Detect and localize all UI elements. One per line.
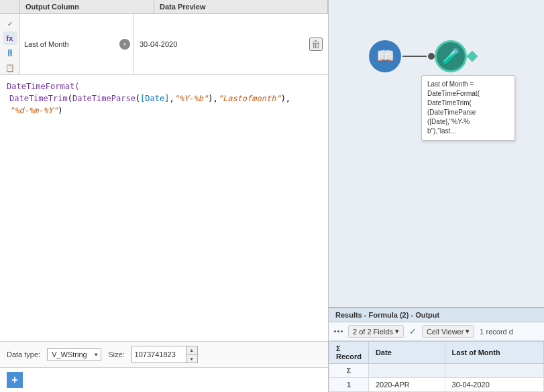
formula-line-3: "%d-%m-%Y"): [7, 105, 321, 117]
paren-open: (: [68, 94, 72, 103]
results-panel: Results - Formula (2) - Output 2 of 2 Fi…: [329, 307, 544, 392]
paren-open2: (: [135, 94, 140, 103]
db-row-icon[interactable]: 🗄: [3, 46, 17, 60]
results-title: Results - Formula (2) - Output: [335, 311, 439, 319]
size-input-wrapper: ▲ ▼: [131, 346, 198, 363]
viewer-chevron-icon: ▾: [466, 327, 470, 336]
node-tooltip: Last of Month = DateTimeFormat( DateTime…: [421, 75, 515, 141]
formula-line-2: DateTimeTrim(DateTimeParse([Date],"%Y-%b…: [7, 92, 321, 105]
datatype-label: Data type:: [7, 350, 40, 358]
paren-close1: ),: [208, 94, 217, 103]
tooltip-line6: b"),"last...: [427, 127, 509, 136]
right-panel: 📖 🧪 Last of Month = DateTim: [329, 0, 544, 392]
formula-row: ✓ fx 🗄 📋 × 30-04-2020 🗑: [0, 14, 328, 75]
sum-last-cell: [445, 364, 543, 378]
record-count: 1 record d: [480, 328, 513, 336]
preview-cell: 30-04-2020 🗑: [134, 14, 328, 74]
formula-node-icon[interactable]: 🧪: [435, 40, 467, 72]
viewer-label: Cell Viewer: [427, 328, 464, 336]
input-node[interactable]: 📖: [369, 40, 401, 72]
formula-editor[interactable]: DateTimeFormat( DateTimeTrim(DateTimePar…: [0, 75, 328, 342]
delete-row-button[interactable]: 🗑: [309, 38, 323, 51]
results-header: Results - Formula (2) - Output: [329, 308, 544, 322]
input-node-icon: 📖: [369, 40, 401, 72]
size-input[interactable]: [132, 349, 186, 360]
sum-date-cell: [368, 364, 445, 378]
connector-end-dot: [428, 53, 435, 60]
fields-chevron-icon: ▾: [395, 327, 399, 336]
paren-close2: ),: [281, 94, 290, 103]
formula-line-1: DateTimeFormat(: [7, 80, 321, 92]
size-label: Size:: [108, 350, 124, 358]
tooltip-line3: DateTimeTrim(: [427, 99, 509, 108]
datatype-select[interactable]: V_WString: [47, 348, 101, 361]
check-row-icon[interactable]: ✓: [3, 17, 17, 30]
datatype-row: Data type: V_WString Size: ▲ ▼: [0, 342, 328, 368]
fmt-str: "%Y-%b": [174, 94, 209, 103]
tooltip-line4: (DateTimeParse: [427, 108, 509, 117]
field-date: [Date]: [140, 94, 169, 103]
formula-node-row: 🧪: [435, 40, 476, 72]
column-headers: Output Column Data Preview: [0, 0, 328, 14]
results-toolbar: 2 of 2 Fields ▾ ✓ Cell Viewer ▾ 1 record…: [329, 322, 544, 341]
dot3: [341, 330, 343, 332]
col-header-last-of-month: Last of Month: [445, 342, 543, 364]
table-header-row: Σ Record Date Last of Month: [329, 342, 544, 364]
doc-row-icon[interactable]: 📋: [3, 61, 17, 74]
confirm-icon[interactable]: ✓: [409, 326, 417, 336]
close-paren: ): [58, 106, 62, 115]
sum-record-cell: Σ: [329, 364, 369, 378]
output-column-header: Output Column: [20, 0, 154, 13]
col-header-date: Date: [368, 342, 445, 364]
sum-row: Σ: [329, 364, 544, 378]
main-layout: Output Column Data Preview ✓ fx 🗄 📋 × 30…: [0, 0, 544, 392]
table-row: 1 2020-APR 30-04-2020: [329, 378, 544, 392]
connector: [401, 53, 435, 60]
cell-viewer-button[interactable]: Cell Viewer ▾: [422, 325, 474, 338]
tooltip-line1: Last of Month =: [427, 80, 509, 89]
date-format-str: "%d-%m-%Y": [9, 106, 58, 115]
canvas-area: 📖 🧪 Last of Month = DateTim: [329, 0, 544, 307]
connector-line: [402, 56, 427, 57]
row-icon-group: ✓ fx 🗄 📋: [0, 14, 20, 74]
tooltip-line5: ([Date],"%Y-%: [427, 117, 509, 127]
record-cell: 1: [329, 378, 369, 392]
fx-row-icon[interactable]: fx: [3, 31, 17, 45]
workflow-area: 📖 🧪 Last of Month = DateTim: [369, 40, 476, 72]
add-row-button[interactable]: +: [7, 372, 23, 388]
tooltip-line2: DateTimeFormat(: [427, 89, 509, 99]
spinner-buttons: ▲ ▼: [186, 346, 197, 363]
clear-field-button[interactable]: ×: [119, 39, 130, 50]
spinner-down[interactable]: ▼: [186, 354, 197, 363]
results-table: Σ Record Date Last of Month Σ 1 2020-AP: [329, 341, 544, 392]
resize-handle[interactable]: [334, 330, 343, 332]
last-of-month-cell: 30-04-2020: [445, 378, 543, 392]
preview-column-header: Data Preview: [154, 0, 328, 13]
date-cell: 2020-APR: [368, 378, 445, 392]
field-name-input[interactable]: [24, 40, 117, 48]
comma1: ,: [169, 94, 174, 103]
fields-label: 2 of 2 Fields: [353, 328, 393, 336]
left-panel: Output Column Data Preview ✓ fx 🗄 📋 × 30…: [0, 0, 329, 392]
output-cell: ×: [20, 14, 134, 74]
spinner-up[interactable]: ▲: [186, 346, 197, 354]
fn-datetimeformat-1: DateTimeFormat(: [7, 82, 79, 91]
output-diamond: [467, 51, 478, 62]
sum-icon: Σ: [336, 344, 341, 352]
dot1: [334, 330, 336, 332]
sum-symbol: Σ: [347, 367, 351, 375]
formula-node-group: 🧪 Last of Month = DateTimeFormat( DateTi…: [435, 40, 476, 72]
fn-datetimetrim: DateTimeTrim: [9, 94, 68, 103]
fn-datetimeparse: DateTimeParse: [72, 94, 135, 103]
preview-value: 30-04-2020: [140, 40, 177, 48]
datatype-select-wrapper: V_WString: [47, 348, 101, 361]
col-header-record: Σ Record: [329, 342, 369, 364]
fields-button[interactable]: 2 of 2 Fields ▾: [348, 325, 404, 338]
last-of-month-str: "Lastofmonth": [218, 94, 281, 103]
dot2: [337, 330, 339, 332]
